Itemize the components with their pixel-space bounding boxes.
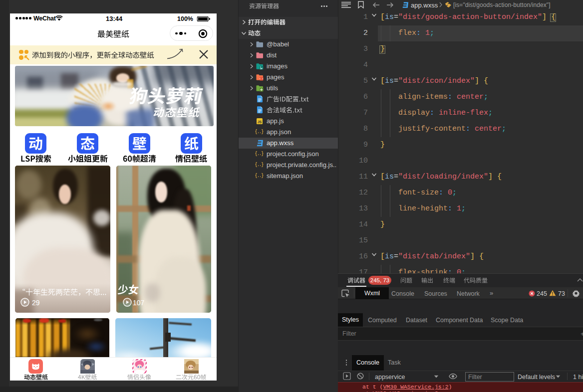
svg-text:JS: JS xyxy=(258,120,262,123)
